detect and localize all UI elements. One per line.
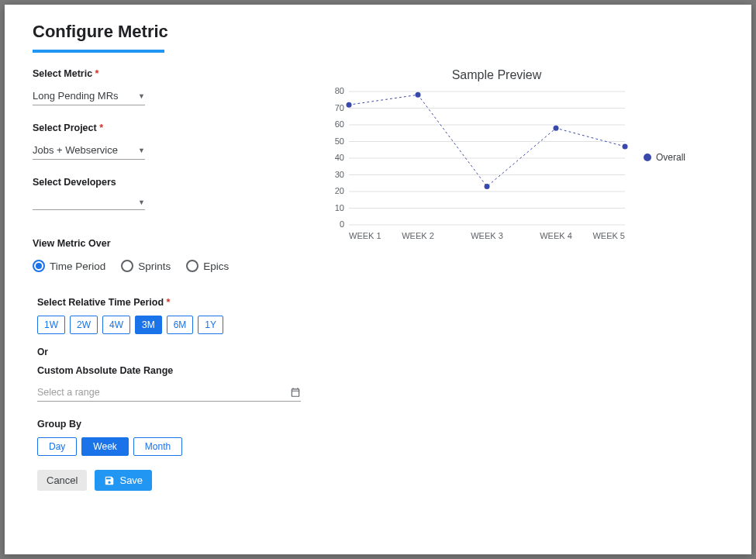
svg-point-25 [485, 184, 490, 189]
date-range-input[interactable]: Select a range [37, 384, 301, 402]
radio-icon [186, 260, 198, 272]
radio-epics[interactable]: Epics [186, 260, 229, 272]
configure-metric-dialog: Configure Metric Select Metric Long Pend… [5, 5, 751, 554]
chip-6m[interactable]: 6M [167, 316, 194, 334]
radio-time-period[interactable]: Time Period [33, 260, 105, 272]
title-underline [33, 50, 164, 53]
chip-1w[interactable]: 1W [37, 316, 65, 334]
metric-select[interactable]: Long Pending MRs ▼ [33, 88, 145, 105]
view-over-radios: Time Period Sprints Epics [33, 260, 296, 272]
radio-icon [33, 260, 45, 272]
date-range-label: Custom Absolute Date Range [37, 365, 296, 376]
svg-point-26 [554, 126, 559, 131]
chip-2w[interactable]: 2W [70, 316, 98, 334]
chip-4w[interactable]: 4W [102, 316, 130, 334]
save-button[interactable]: Save [95, 470, 152, 491]
svg-text:30: 30 [335, 170, 344, 179]
time-period-chips: 1W 2W 4W 3M 6M 1Y [37, 316, 296, 334]
svg-text:WEEK 5: WEEK 5 [592, 231, 625, 240]
svg-point-27 [623, 143, 628, 149]
svg-text:60: 60 [335, 119, 344, 129]
group-by-label: Group By [37, 419, 296, 430]
chip-1y[interactable]: 1Y [198, 316, 223, 334]
cancel-button[interactable]: Cancel [37, 470, 87, 491]
svg-text:40: 40 [335, 153, 344, 162]
sample-preview-chart: 01020304050607080WEEK 1WEEK 2WEEK 3WEEK … [327, 87, 630, 242]
chip-3m[interactable]: 3M [135, 316, 162, 334]
metric-value: Long Pending MRs [33, 90, 119, 102]
radio-icon [121, 260, 133, 272]
form-column: Select Metric Long Pending MRs ▼ Select … [33, 68, 296, 491]
radio-label: Epics [203, 261, 229, 272]
svg-text:WEEK 2: WEEK 2 [402, 231, 434, 240]
calendar-icon [290, 387, 301, 398]
radio-sprints[interactable]: Sprints [121, 260, 171, 272]
preview-column: Sample Preview 01020304050607080WEEK 1WE… [327, 68, 728, 491]
svg-text:50: 50 [335, 136, 344, 146]
svg-text:70: 70 [335, 103, 344, 112]
field-metric: Select Metric Long Pending MRs ▼ [33, 68, 296, 105]
time-period-label: Select Relative Time Period [37, 297, 296, 308]
project-label: Select Project [33, 122, 296, 133]
field-developers: Select Developers ▼ [33, 177, 296, 210]
svg-point-23 [347, 102, 352, 108]
legend-overall: Overall [644, 152, 685, 163]
dialog-title: Configure Metric [33, 22, 728, 42]
project-value: Jobs + Webservice [33, 144, 118, 156]
or-label: Or [37, 347, 296, 357]
svg-text:WEEK 3: WEEK 3 [471, 231, 503, 240]
chevron-down-icon: ▼ [138, 198, 145, 206]
legend-dot-icon [644, 154, 651, 161]
project-select[interactable]: Jobs + Webservice ▼ [33, 143, 145, 160]
date-range-placeholder: Select a range [37, 387, 100, 398]
svg-text:WEEK 1: WEEK 1 [349, 231, 381, 240]
developers-label: Select Developers [33, 177, 296, 188]
svg-text:WEEK 4: WEEK 4 [540, 231, 572, 240]
view-over-label: View Metric Over [33, 238, 296, 249]
chip-month[interactable]: Month [133, 437, 182, 456]
chevron-down-icon: ▼ [138, 92, 145, 100]
metric-label: Select Metric [33, 68, 296, 79]
svg-point-24 [416, 92, 421, 98]
svg-text:10: 10 [335, 203, 344, 212]
chevron-down-icon: ▼ [138, 147, 145, 154]
group-by-chips: Day Week Month [37, 437, 296, 456]
chip-week[interactable]: Week [81, 437, 128, 456]
save-label: Save [119, 474, 143, 486]
field-project: Select Project Jobs + Webservice ▼ [33, 122, 296, 160]
preview-title: Sample Preview [327, 68, 728, 82]
radio-label: Sprints [138, 261, 171, 272]
developers-select[interactable]: ▼ [33, 197, 145, 210]
svg-text:80: 80 [335, 87, 344, 95]
legend-label: Overall [656, 152, 685, 163]
svg-text:0: 0 [340, 219, 344, 229]
save-icon [104, 475, 115, 486]
radio-label: Time Period [50, 261, 105, 272]
chip-day[interactable]: Day [37, 437, 77, 456]
svg-text:20: 20 [335, 186, 344, 195]
